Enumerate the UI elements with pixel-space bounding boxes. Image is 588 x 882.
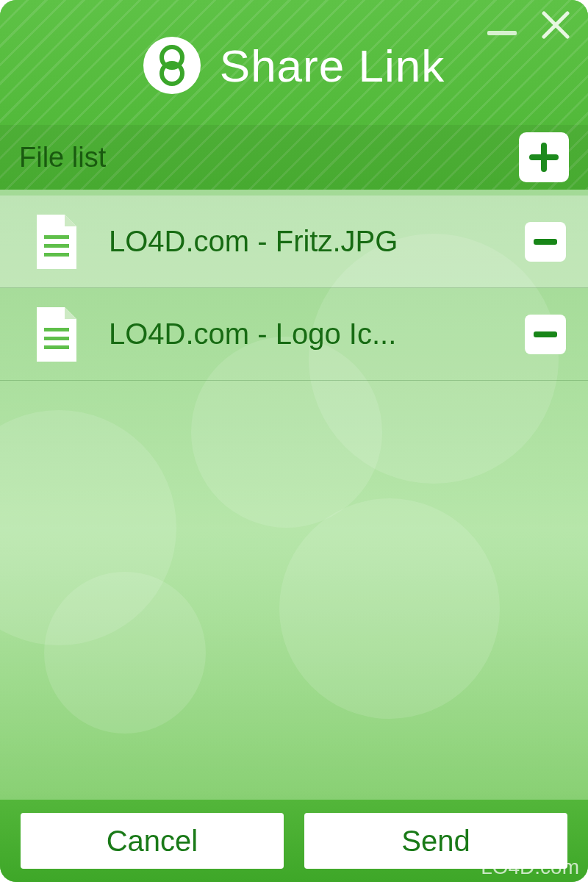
svg-rect-11 bbox=[44, 345, 69, 349]
svg-rect-8 bbox=[44, 253, 69, 257]
watermark-icon bbox=[454, 857, 475, 878]
file-icon bbox=[34, 306, 79, 363]
remove-file-button[interactable] bbox=[525, 222, 566, 262]
cancel-button[interactable]: Cancel bbox=[21, 813, 284, 869]
app-logo bbox=[143, 37, 201, 94]
minimize-icon bbox=[487, 31, 517, 35]
file-list: LO4D.com - Fritz.JPG LO4D.com - Logo Ic.… bbox=[0, 190, 588, 381]
svg-rect-9 bbox=[44, 328, 69, 331]
header: Share Link File list bbox=[0, 0, 588, 190]
plus-icon bbox=[526, 140, 562, 175]
file-list-label: File list bbox=[19, 142, 106, 173]
file-row[interactable]: LO4D.com - Fritz.JPG bbox=[0, 196, 588, 288]
file-name: LO4D.com - Fritz.JPG bbox=[109, 225, 495, 258]
title-row: Share Link bbox=[0, 37, 588, 94]
svg-rect-10 bbox=[44, 337, 69, 340]
watermark: LO4D.com bbox=[454, 856, 579, 879]
app-window: Share Link File list bbox=[0, 0, 588, 882]
remove-file-button[interactable] bbox=[525, 315, 566, 354]
subheader: File list bbox=[0, 125, 588, 190]
file-name: LO4D.com - Logo Ic... bbox=[109, 318, 495, 351]
app-title: Share Link bbox=[220, 40, 445, 92]
watermark-text: LO4D.com bbox=[481, 856, 579, 879]
minus-icon bbox=[534, 239, 557, 245]
file-list-area: LO4D.com - Fritz.JPG LO4D.com - Logo Ic.… bbox=[0, 190, 588, 800]
add-file-button[interactable] bbox=[519, 132, 569, 182]
file-icon bbox=[34, 213, 79, 270]
share-link-icon bbox=[155, 44, 189, 87]
minimize-button[interactable] bbox=[485, 10, 519, 40]
svg-rect-6 bbox=[44, 235, 69, 239]
minus-icon bbox=[534, 331, 557, 337]
file-row[interactable]: LO4D.com - Logo Ic... bbox=[0, 288, 588, 381]
svg-rect-7 bbox=[44, 244, 69, 248]
